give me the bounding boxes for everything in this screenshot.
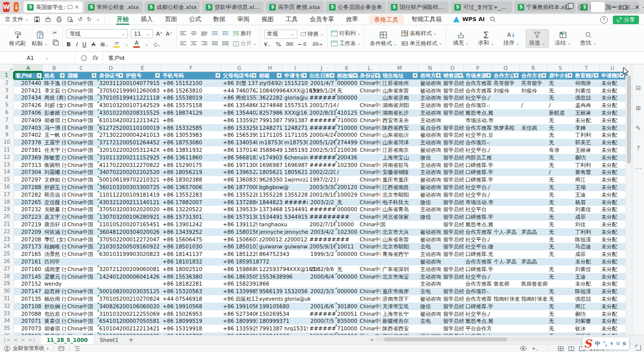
cell[interactable] [520,168,547,176]
filter-dropdown-icon[interactable]: ▼ [252,73,257,78]
cell[interactable]: 未分配 [600,266,625,273]
cell[interactable]: 207145 [14,273,43,281]
cell[interactable]: China中国 [358,146,381,154]
filter-dropdown-icon[interactable]: ▼ [568,73,573,78]
cell[interactable]: +86 15320563 [161,288,221,295]
cell[interactable]: 未分配 [600,184,625,191]
cell[interactable]: 成雨雯 (女 [43,266,66,273]
cell[interactable]: jennychen [283,228,308,236]
cell[interactable]: China中国 [66,317,98,325]
cell[interactable]: 无 [547,117,574,124]
filter-dropdown-icon[interactable]: ▼ [352,73,357,78]
cell[interactable] [547,280,574,288]
cell[interactable]: 社交平台./ [464,273,492,281]
sort-button[interactable]: A↓ 排序 ⌄ [500,30,522,47]
cell[interactable]: 710000 [336,325,358,332]
cell[interactable]: 207135 [14,295,43,303]
column-header[interactable]: J [308,64,336,72]
cell[interactable]: +86 1851229020 [221,250,258,258]
cell[interactable]: 500108200203035125 [98,288,124,295]
cell[interactable]: 被动咨询 [419,258,442,266]
cell[interactable]: 山东省菏泽 [381,139,419,146]
menu-tab[interactable]: 插入 [135,14,158,25]
cell[interactable]: 合作方推荐 [464,124,492,132]
cell[interactable]: 社交平台./ [464,310,492,318]
increase-font-icon[interactable]: A⁺ [156,31,163,37]
header-cell[interactable]: 姓名▼ [43,72,66,79]
cell[interactable]: 吴佳祺 [520,124,547,132]
cell[interactable]: 未分配 [600,87,625,95]
cell[interactable]: 710000 [336,124,358,132]
cell[interactable]: 未分配 [574,280,600,288]
cell[interactable]: 6chenxinyur [283,154,308,161]
cell[interactable]: 180999371 [258,317,283,325]
cell[interactable]: 137346822 [258,206,283,213]
cell[interactable]: tanghaoxu [258,221,283,228]
cell[interactable]: 108409964XXX@163.c [258,87,283,95]
cell[interactable]: +86 13220522 [161,206,221,213]
column-header[interactable]: Q [492,64,520,72]
cell[interactable]: 指南针张老 [492,295,520,303]
macro-record-icon[interactable] [58,345,64,351]
cell[interactable]: 社交平台.豆 [464,131,492,139]
cell[interactable]: 000000 [336,131,358,139]
document-tab[interactable]: S高学历 教授.xlsx [266,2,324,13]
cell[interactable] [520,184,547,191]
cell[interactable]: 未分配 [600,124,625,132]
cell[interactable]: China中国 [66,243,98,250]
cell[interactable]: +86 13901242 [161,221,221,228]
cell[interactable]: 周煜 (男) [43,94,66,102]
strikethrough-button[interactable]: A [92,41,96,48]
justify-icon[interactable] [212,41,218,46]
cell[interactable]: China中国 [66,146,98,154]
cell[interactable]: 未分配 [600,109,625,117]
cell[interactable]: 去电 [419,243,442,250]
cell[interactable]: ######### [308,325,336,332]
cell[interactable]: 唐浩轩 (男 [43,221,66,228]
menu-tab[interactable]: 工具 [280,14,303,25]
cell[interactable]: 留学总经办 [442,250,464,258]
cell[interactable]: +86 1391129694 [221,221,258,228]
cell[interactable] [492,117,520,124]
cell[interactable]: 无 [547,87,574,95]
cell[interactable]: 未分配 [600,280,625,288]
cell[interactable]: 169698712 [283,161,308,169]
cell[interactable]: 主动咨询 [419,139,442,146]
cell[interactable]: 169698712 [258,161,283,169]
cell[interactable]: 2002/2/20 [308,168,336,176]
cell[interactable] [381,221,419,228]
cell[interactable]: 孟冉冉 [574,102,600,109]
cell[interactable]: China中国 [358,266,381,273]
cell[interactable]: China中国 [358,228,381,236]
copy-icon[interactable] [52,39,59,47]
cell[interactable]: 社交平台./ [464,146,492,154]
cell[interactable]: 吴晓蔓 (女 [43,206,66,213]
menu-tab[interactable]: 开始 [111,14,134,25]
cell[interactable]: 留学总经办 [442,87,464,95]
cell[interactable] [308,280,336,288]
cell[interactable]: 市场活动.市 [464,117,492,124]
column-headers[interactable]: ABCDEFGHIJKLMNOPQRSTU [0,64,625,72]
print-icon[interactable] [56,16,62,23]
ime-lang-toggle[interactable]: 中 [595,340,600,347]
cell[interactable]: +86 1533258500 [221,124,258,132]
cell[interactable]: 207160 [14,266,43,273]
cell[interactable]: 未分配 [600,213,625,221]
header-cell[interactable]: 申请顾问▼ [600,72,625,79]
cell[interactable] [492,161,520,169]
cell[interactable]: China中国 [66,176,98,184]
cell[interactable]: +86 13439252 [161,228,221,236]
sogou-ime-bar[interactable]: S 中 ’, [583,337,629,349]
name-box[interactable]: A1⌄ [0,52,75,64]
cell[interactable]: 主动咨询 [419,168,442,176]
cell[interactable]: 799138782 [258,117,283,124]
row-header[interactable]: 23 [0,236,14,243]
cell[interactable] [520,117,547,124]
cell[interactable]: 710000 [336,117,358,124]
document-tab[interactable]: S国任财产保险样本.x [387,2,449,13]
menu-tab-table-tools[interactable]: 表格工具 [369,15,404,24]
cell[interactable]: hrq153199 [283,325,308,332]
row-header[interactable]: 9 [0,131,14,139]
filter-dropdown-icon[interactable]: ▼ [92,73,97,78]
cell[interactable]: 口碑推荐.学 [464,176,492,184]
